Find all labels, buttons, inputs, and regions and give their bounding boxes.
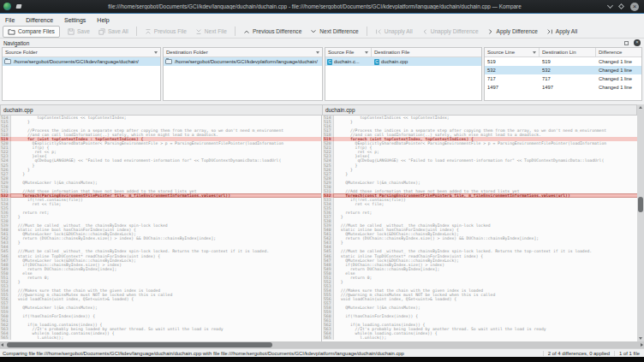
difference-row[interactable]: 519 519 Changed 1 line: [485, 57, 641, 66]
differences-pane: Source Line Destination Lin Difference 5…: [484, 47, 642, 101]
maximize-icon[interactable]: [618, 3, 624, 9]
save-button[interactable]: Save: [63, 27, 94, 37]
destination-folder-row[interactable]: /home/sergobot/Documents/GCI/kdevplatfor…: [164, 57, 322, 66]
chevron-right-icon: [487, 28, 494, 35]
save-icon: [68, 28, 75, 35]
menu-help[interactable]: Help: [97, 17, 109, 23]
scroll-right-icon[interactable]: [641, 343, 643, 347]
minimize-icon[interactable]: [607, 2, 613, 8]
chevron-up-icon: [243, 28, 250, 35]
difference-row[interactable]: 1497 1497 Changed 1 line: [485, 83, 641, 92]
kompare-window: file:///home/sergobot/Documents/GCI/kdev…: [0, 0, 644, 362]
source-folder-column-header[interactable]: Source Folder: [3, 48, 160, 56]
unapply-difference-button[interactable]: Unapply Difference: [417, 27, 483, 37]
folder-icon: [4, 59, 11, 64]
menu-settings[interactable]: Settings: [64, 17, 86, 23]
navigation-dock-title: Navigation: [3, 40, 624, 46]
compare-files-button[interactable]: Compare Files: [3, 26, 60, 38]
destination-line-column-header[interactable]: Destination Lin: [540, 48, 596, 56]
scroll-left-icon[interactable]: [1, 343, 3, 347]
destination-folder-pane: Destination Folder /home/sergobot/Docume…: [163, 47, 323, 101]
next-file-button[interactable]: Next File: [191, 27, 231, 37]
folder-icon: [165, 59, 172, 64]
vertical-scrollbar[interactable]: [637, 104, 644, 341]
navigation-dock-header: Navigation ×: [0, 39, 644, 47]
source-line-column-header[interactable]: Source Line: [485, 48, 540, 56]
window-title: file:///home/sergobot/Documents/GCI/kdev…: [21, 3, 608, 9]
source-file-column-header[interactable]: Source File: [325, 48, 372, 56]
toolbar-separator: [136, 27, 137, 36]
destination-folder-column-header[interactable]: Destination Folder: [164, 48, 322, 56]
statusbar: Comparing file file:///home/sergobot/Doc…: [0, 348, 644, 357]
next-difference-button[interactable]: Next Difference: [306, 27, 362, 37]
toolbar: Compare Files Save Save All Previous Fil…: [0, 25, 644, 39]
menubar: File Difference Settings Help: [0, 15, 644, 25]
folder-icon: [8, 28, 15, 35]
difference-column-header[interactable]: Difference: [596, 48, 641, 56]
destination-file-column-header[interactable]: Destination File: [372, 48, 481, 56]
status-files: 1 of 1 file: [614, 351, 644, 356]
float-dock-icon[interactable]: [624, 41, 629, 45]
toolbar-separator: [367, 27, 367, 36]
save-all-button[interactable]: Save All: [94, 27, 133, 37]
difference-row-selected[interactable]: 532 532 Changed 1 line: [485, 66, 641, 74]
scroll-up-icon[interactable]: [639, 106, 642, 109]
menu-difference[interactable]: Difference: [26, 17, 53, 23]
app-icon: [3, 3, 11, 10]
destination-pane-title: duchain.cpp: [323, 104, 637, 116]
source-pane-title: duchain.cpp: [0, 104, 323, 116]
pin-icon: [15, 4, 21, 9]
sort-descending-icon: [316, 51, 319, 54]
chevron-right-bar-icon: [546, 28, 553, 35]
sort-descending-icon: [533, 51, 536, 54]
arrow-down-bar-icon: [195, 28, 202, 35]
close-dock-icon[interactable]: ×: [634, 39, 641, 46]
source-folder-row[interactable]: /home/sergobot/Documents/GCI/kdev/langua…: [3, 57, 160, 66]
arrow-up-bar-icon: [145, 28, 152, 35]
apply-difference-button[interactable]: Apply Difference: [483, 27, 542, 37]
chevron-left-icon: [421, 28, 428, 35]
vertical-scrollbar-thumb[interactable]: [638, 197, 643, 212]
chevron-left-bar-icon: [375, 28, 382, 35]
horizontal-scrollbar-thumb[interactable]: [7, 342, 272, 347]
toolbar-separator: [235, 27, 236, 36]
code-line: 565 l.unlock();: [323, 335, 637, 340]
code-line: 565 l.unlock();: [0, 335, 321, 340]
diff-view: 514 topContextIndices << topContextIndex…: [0, 116, 644, 341]
unapply-all-button[interactable]: Unapply All: [371, 27, 417, 37]
save-all-icon: [98, 28, 105, 35]
sort-descending-icon: [154, 51, 158, 54]
difference-row[interactable]: 717 717 Changed 1 line: [485, 74, 641, 83]
status-differences: 2 of 4 differences, 0 applied: [543, 351, 614, 356]
source-folder-pane: Source Folder /home/sergobot/Documents/G…: [2, 47, 161, 101]
diff-pane-left: 514 topContextIndices << topContextIndex…: [0, 116, 322, 341]
file-row[interactable]: duchain.c... duchain.cpp: [325, 57, 481, 66]
diff-view-headers: duchain.cpp duchain.cpp: [0, 104, 644, 116]
files-pane: Source File Destination File duchain.c..…: [325, 47, 482, 101]
previous-difference-button[interactable]: Previous Difference: [239, 27, 306, 37]
cpp-file-icon: [327, 59, 332, 65]
sort-descending-icon: [365, 51, 368, 54]
cpp-file-icon: [374, 59, 379, 65]
titlebar: file:///home/sergobot/Documents/GCI/kdev…: [0, 0, 644, 14]
scroll-down-icon[interactable]: [639, 337, 642, 340]
diff-pane-right: 514 topContextIndices << topContextIndex…: [323, 116, 637, 341]
apply-all-button[interactable]: Apply All: [542, 27, 581, 37]
bottom-black-bar: [0, 357, 644, 362]
previous-file-button[interactable]: Previous File: [140, 27, 191, 37]
horizontal-scrollbar[interactable]: [0, 341, 644, 348]
close-icon[interactable]: ×: [630, 3, 639, 11]
status-message: Comparing file file:///home/sergobot/Doc…: [0, 351, 543, 356]
chevron-down-icon: [310, 28, 317, 35]
navigation-panel: Source Folder /home/sergobot/Documents/G…: [0, 47, 644, 104]
menu-file[interactable]: File: [5, 17, 15, 23]
